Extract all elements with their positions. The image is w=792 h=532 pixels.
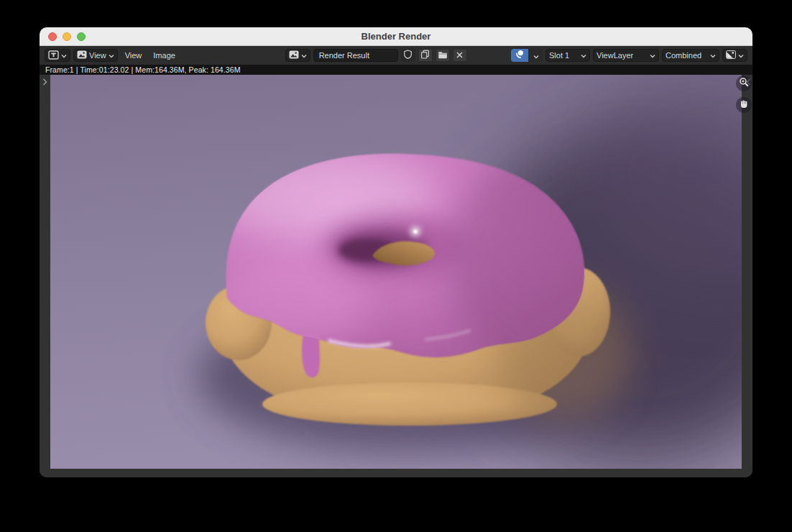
display-channels-dropdown[interactable]: [722, 49, 747, 62]
new-image-button[interactable]: [418, 49, 433, 62]
minimize-button[interactable]: [63, 32, 71, 41]
menu-view[interactable]: View: [121, 49, 147, 62]
editor-type-button[interactable]: [45, 49, 70, 62]
traffic-lights: [48, 27, 86, 46]
x-icon: [456, 49, 464, 62]
chevron-down-icon: [738, 51, 744, 60]
chevron-down-icon: [650, 51, 655, 60]
pin-dropdown-arrow[interactable]: [529, 49, 543, 62]
slot-value: Slot 1: [549, 51, 569, 60]
view-layer-dropdown[interactable]: ViewLayer: [593, 49, 659, 62]
copy-icon: [420, 49, 430, 62]
zoom-tool-button[interactable]: [736, 75, 752, 91]
image-icon: [289, 50, 299, 60]
menu-image[interactable]: Image: [149, 49, 180, 62]
chevron-down-icon: [533, 49, 539, 62]
chevron-down-icon: [581, 51, 586, 60]
rendered-image[interactable]: [50, 75, 742, 469]
window-title: Blender Render: [40, 31, 752, 42]
image-icon: [77, 50, 87, 60]
hand-icon: [739, 98, 749, 111]
browse-image-dropdown[interactable]: [285, 49, 310, 62]
pin-icon: [515, 49, 525, 62]
toolbar-toggle[interactable]: [41, 78, 48, 86]
image-editor-icon: [48, 50, 59, 61]
open-image-button[interactable]: [436, 49, 450, 62]
fake-user-button[interactable]: [401, 49, 415, 62]
image-alpha-icon: [726, 50, 736, 60]
chevron-down-icon: [109, 51, 114, 60]
render-pass-dropdown[interactable]: Combined: [662, 49, 719, 62]
titlebar: Blender Render: [40, 27, 752, 46]
folder-icon: [438, 49, 448, 62]
magnifier-plus-icon: [739, 77, 749, 90]
editor-header: View View Image Render Result: [40, 46, 752, 65]
image-viewport: [40, 75, 752, 477]
donut-render-scene: [50, 75, 742, 469]
pan-tool-button[interactable]: [736, 97, 752, 113]
render-status-text: Frame:1 | Time:01:23.02 | Mem:164.36M, P…: [40, 65, 752, 75]
mode-label: View: [89, 51, 106, 60]
close-button[interactable]: [48, 32, 57, 41]
unlink-button[interactable]: [453, 49, 467, 62]
image-name-input[interactable]: Render Result: [313, 49, 398, 62]
chevron-down-icon: [61, 51, 67, 60]
chevron-down-icon: [710, 51, 716, 60]
pin-image-toggle[interactable]: [511, 49, 543, 62]
chevron-down-icon: [301, 51, 307, 60]
render-pass-value: Combined: [666, 51, 701, 60]
chevron-right-icon: [42, 75, 47, 88]
zoom-button[interactable]: [77, 32, 86, 41]
shield-icon: [403, 49, 413, 62]
mode-dropdown[interactable]: View: [73, 49, 118, 62]
blender-window: Blender Render View View Image: [40, 27, 752, 477]
render-slot-dropdown[interactable]: Slot 1: [545, 49, 590, 62]
view-layer-value: ViewLayer: [597, 51, 633, 60]
